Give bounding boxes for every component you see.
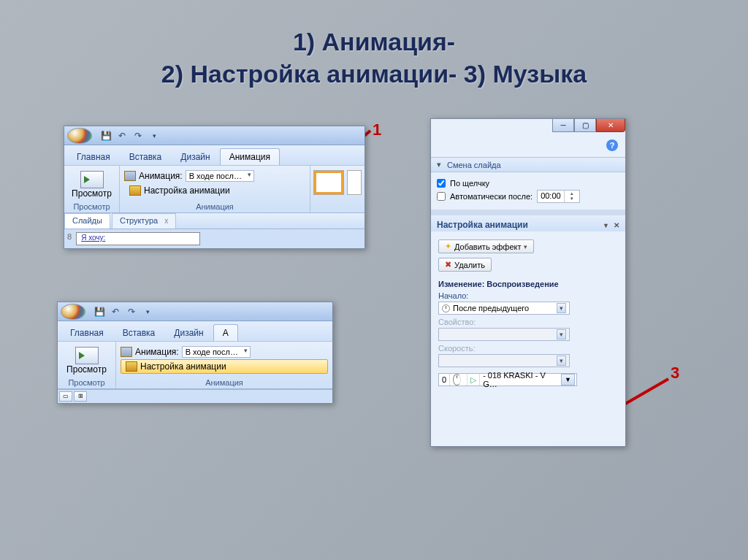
quick-access-toolbar: 💾 ↶ ↷ ▾	[64, 126, 365, 145]
add-effect-button[interactable]: ✦ Добавить эффект	[438, 239, 534, 253]
panel-right: ─ ▢ ✕ ? ▾ Смена слайда По щелчку Автомат…	[430, 118, 626, 447]
list-item-text: - 018 KRASKI - V G…	[480, 374, 560, 386]
animate-icon-2	[121, 347, 132, 357]
custom-anim-icon	[129, 185, 141, 196]
document-tabs: Слайды Структура x	[64, 213, 365, 229]
preview-icon	[80, 171, 104, 188]
help-icon[interactable]: ?	[606, 139, 618, 151]
transition-section-body: По щелчку Автоматически после: 00:00 ▲▼	[431, 172, 625, 210]
auto-after-time-spinner[interactable]: 00:00 ▲▼	[537, 190, 579, 203]
tab-animation-2[interactable]: А	[213, 324, 238, 341]
anim-label: Анимация:	[139, 171, 183, 181]
save-icon-2[interactable]: 💾	[93, 305, 106, 318]
ribbon-tabs-2: Главная Вставка Дизайн А	[58, 321, 332, 342]
remove-effect-icon: ✖	[445, 260, 451, 269]
on-click-checkbox[interactable]: По щелчку	[437, 179, 619, 188]
callout-3: 3	[671, 364, 679, 383]
ribbon-body: Просмотр Просмотр Анимация: В ходе посл……	[64, 166, 365, 213]
ribbon-tabs: Главная Вставка Дизайн Анимация	[64, 145, 365, 166]
tab-design[interactable]: Дизайн	[171, 148, 219, 165]
view-buttons: ▭ ⊞	[58, 389, 332, 403]
preview-button[interactable]: Просмотр	[69, 169, 115, 201]
redo-icon[interactable]: ↷	[131, 129, 145, 142]
auto-after-checkbox[interactable]: Автоматически после: 00:00 ▲▼	[437, 190, 619, 203]
tab-design-2[interactable]: Дизайн	[164, 324, 213, 341]
start-dropdown[interactable]: После предыдущего	[438, 302, 570, 315]
maximize-button[interactable]: ▢	[574, 119, 596, 132]
undo-icon-2[interactable]: ↶	[109, 305, 122, 318]
panel-ribbon-1: 💾 ↶ ↷ ▾ Главная Вставка Дизайн Анимация …	[64, 126, 365, 249]
transition-thumb-next[interactable]	[347, 170, 362, 195]
list-item-play-icon: ▷	[468, 374, 480, 386]
group-anim-label-2: Анимация	[121, 377, 328, 388]
close-icon[interactable]: x	[164, 217, 168, 225]
save-icon[interactable]: 💾	[99, 129, 112, 142]
tab-home[interactable]: Главная	[67, 148, 120, 165]
anim-pane-title: Настройка анимации ▼✕	[431, 215, 625, 231]
tab-home-2[interactable]: Главная	[61, 324, 113, 341]
spin-down-icon[interactable]: ▼	[568, 196, 576, 202]
tab-structure[interactable]: Структура x	[112, 213, 176, 229]
group-preview-label: Просмотр	[69, 201, 115, 212]
speed-dropdown	[438, 354, 570, 367]
custom-anim-label: Настройка анимации	[144, 185, 230, 196]
tab-animation[interactable]: Анимация	[220, 148, 280, 165]
view-sorter-icon[interactable]: ⊞	[74, 391, 87, 402]
clock-icon	[442, 304, 450, 312]
custom-anim-label-2: Настройка анимации	[140, 361, 226, 372]
office-button-2[interactable]	[61, 304, 85, 320]
list-item-dropdown-icon[interactable]: ▼	[561, 374, 575, 386]
slide-thumbnail[interactable]: Я хочу:	[76, 232, 200, 245]
panel-ribbon-2: 💾 ↶ ↷ ▾ Главная Вставка Дизайн А Просмот…	[57, 302, 333, 404]
list-item-clock-icon	[450, 374, 468, 386]
anim-pane-body: ✦ Добавить эффект ✖ Удалить Изменение: В…	[431, 231, 625, 392]
callout-1: 1	[373, 120, 381, 139]
qat-dropdown-icon[interactable]: ▾	[148, 129, 161, 142]
custom-animation-button[interactable]: Настройка анимации	[124, 183, 305, 198]
property-label: Свойство:	[438, 318, 618, 326]
slide-thumbnail-area: 8 Я хочу:	[64, 229, 365, 248]
group-anim-label: Анимация	[124, 201, 305, 212]
view-normal-icon[interactable]: ▭	[59, 391, 72, 402]
office-button[interactable]	[67, 128, 92, 144]
property-dropdown	[438, 328, 570, 341]
tab-slides[interactable]: Слайды	[64, 213, 110, 229]
group-preview-label-2: Просмотр	[62, 377, 111, 388]
remove-effect-button[interactable]: ✖ Удалить	[438, 258, 492, 272]
title-line-1: 1) Анимация-	[0, 26, 748, 58]
on-click-input[interactable]	[437, 179, 446, 188]
anim-dropdown[interactable]: В ходе посл…	[186, 170, 254, 182]
title-line-2: 2) Настройка анимации- 3) Музыка	[0, 58, 748, 90]
redo-icon-2[interactable]: ↷	[125, 305, 138, 318]
animate-icon	[124, 171, 136, 181]
preview-icon-2	[75, 347, 99, 364]
minimize-button[interactable]: ─	[552, 119, 574, 132]
spin-up-icon[interactable]: ▲	[568, 191, 576, 196]
close-button[interactable]: ✕	[596, 119, 625, 132]
custom-anim-icon-2	[126, 361, 137, 372]
ribbon-body-2: Просмотр Просмотр Анимация: В ходе посл……	[58, 342, 332, 389]
qat-dropdown-icon-2[interactable]: ▾	[141, 305, 154, 318]
quick-access-toolbar-2: 💾 ↶ ↷ ▾	[58, 302, 332, 321]
auto-after-input[interactable]	[437, 192, 446, 201]
speed-label: Скорость:	[438, 344, 618, 353]
window-buttons: ─ ▢ ✕	[552, 119, 625, 132]
animation-list-item[interactable]: 0 ▷ - 018 KRASKI - V G… ▼	[438, 373, 577, 386]
list-item-index: 0	[439, 374, 450, 386]
custom-animation-button-highlighted[interactable]: Настройка анимации	[121, 359, 328, 374]
preview-label: Просмотр	[72, 188, 112, 199]
preview-label-2: Просмотр	[66, 364, 107, 375]
tab-insert-2[interactable]: Вставка	[113, 324, 165, 341]
change-play-label: Изменение: Воспроизведение	[438, 280, 618, 288]
preview-button-2[interactable]: Просмотр	[62, 345, 111, 377]
tab-insert[interactable]: Вставка	[120, 148, 172, 165]
pane-close-icon[interactable]: ✕	[614, 221, 619, 229]
transition-section-title: ▾ Смена слайда	[431, 157, 625, 172]
undo-icon[interactable]: ↶	[115, 129, 129, 142]
transition-thumb-selected[interactable]	[313, 170, 344, 195]
anim-dropdown-2[interactable]: В ходе посл…	[182, 346, 251, 358]
page-title: 1) Анимация- 2) Настройка анимации- 3) М…	[0, 26, 748, 90]
anim-label-2: Анимация:	[135, 347, 179, 357]
start-label: Начало:	[438, 291, 618, 300]
slide-number: 8	[67, 232, 72, 245]
